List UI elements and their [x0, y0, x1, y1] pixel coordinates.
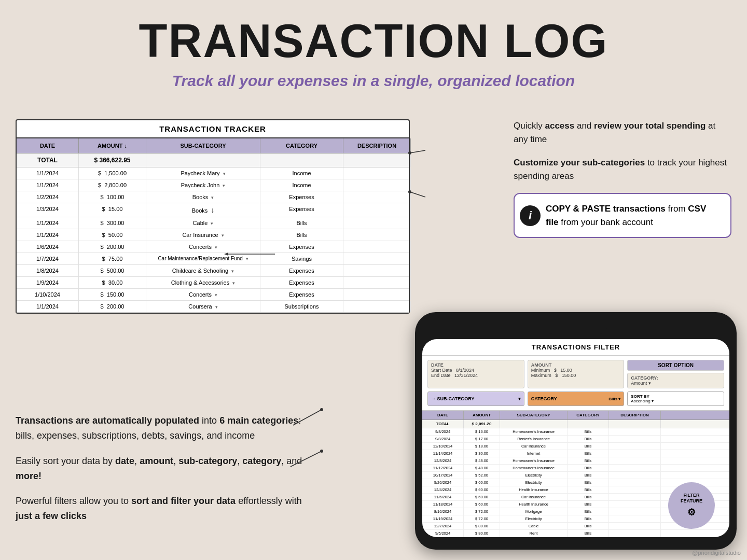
table-row: 12/10/2024$ 18.00Car InsuranceBills: [422, 443, 729, 450]
page-title: TRANSACTION LOG: [0, 0, 747, 67]
phone-mockup: TRANSACTIONS FILTER DATE Start Date 8/1/…: [415, 312, 737, 550]
table-row: 1/1/2024 $ 300.00 Cable ▾ Bills: [17, 217, 409, 229]
spreadsheet-header: DATE AMOUNT ↓ SUB-CATEGORY CATEGORY DESC…: [17, 138, 409, 153]
bottom-text-3: Powerful filters allow you to sort and f…: [16, 494, 306, 524]
bullet-1: Quickly access and review your total spe…: [514, 119, 731, 146]
table-row: 12/8/2024$ 48.00Homeowner's InsuranceBil…: [422, 457, 729, 465]
table-row: 9/5/2024$ 80.00RentBills: [422, 530, 729, 537]
col-category: CATEGORY: [260, 138, 343, 153]
phone-total-row: TOTAL $ 2,091.20: [422, 420, 729, 428]
filter-date-cell: DATE Start Date 8/1/2024 End Date 12/31/…: [427, 360, 524, 388]
category-filter[interactable]: CATEGORY Bills ▾: [528, 391, 625, 406]
filter-controls: DATE Start Date 8/1/2024 End Date 12/31/…: [422, 356, 729, 411]
table-row: 1/1/2024 $ 200.00 Coursera ▾ Subscriptio…: [17, 301, 409, 313]
filter-bottom-row: → SUB-CATEGORY ▾ CATEGORY Bills ▾ SORT B…: [427, 391, 724, 406]
col-description: DESCRIPTION: [343, 138, 411, 153]
bottom-left-panel: Transactions are automatically populated…: [16, 413, 306, 534]
filter-feature-label: FILTERFEATURE: [681, 493, 702, 505]
col-subcategory: SUB-CATEGORY: [146, 138, 260, 153]
table-row: 10/17/2024$ 52.00ElectricityBills: [422, 472, 729, 479]
spreadsheet: TRANSACTION TRACKER DATE AMOUNT ↓ SUB-CA…: [16, 119, 410, 314]
page-subtitle: Track all your expenses in a single, org…: [0, 72, 747, 90]
category-select[interactable]: CATEGORY: Amount ▾: [627, 373, 724, 388]
bullet-2: Customize your sub-categories to track y…: [514, 156, 731, 183]
table-row: 1/8/2024 $ 500.00 Childcare & Schooling …: [17, 265, 409, 277]
svg-point-9: [320, 450, 323, 453]
table-row: 11/14/2024$ 30.00InternetBills: [422, 450, 729, 457]
sort-option-header: SORT OPTION: [627, 360, 724, 371]
total-label: TOTAL: [17, 153, 79, 167]
table-row: 11/12/2024$ 48.00Homeowner's InsuranceBi…: [422, 465, 729, 472]
filter-title: TRANSACTIONS FILTER: [422, 339, 729, 356]
filter-feature-badge: FILTERFEATURE ⚙: [668, 482, 715, 529]
right-panel: Quickly access and review your total spe…: [514, 119, 731, 248]
table-row: 9/8/2024$ 17.00Renter's InsuranceBills: [422, 436, 729, 443]
bottom-text-2: Easily sort your data by date, amount, s…: [16, 454, 306, 484]
watermark: @prioridigitalstudio: [692, 550, 741, 556]
table-row: 1/1/2024 $ 50.00 Car Insurance ▾ Bills: [17, 229, 409, 241]
table-row: 1/2/2024 $ 100.00 Books ▾ Expenses: [17, 191, 409, 203]
table-row: 1/1/2024 $ 2,800.00 Paycheck John ▾ Inco…: [17, 179, 409, 191]
total-amount: $ 366,622.95: [79, 153, 146, 167]
filter-icon: ⚙: [687, 507, 696, 519]
spreadsheet-title: TRANSACTION TRACKER: [17, 120, 409, 138]
table-row: 1/1/2024 $ 1,500.00 Paycheck Mary ▾ Inco…: [17, 167, 409, 179]
phone-notch: [545, 323, 607, 334]
filter-top-row: DATE Start Date 8/1/2024 End Date 12/31/…: [427, 360, 724, 388]
table-row: 1/3/2024 $ 15.00 Books ↓ Expenses: [17, 203, 409, 217]
subcategory-filter[interactable]: → SUB-CATEGORY ▾: [427, 391, 524, 406]
col-amount: AMOUNT ↓: [79, 138, 146, 153]
bottom-text-1: Transactions are automatically populated…: [16, 413, 306, 443]
table-row: 1/7/2024 $ 75.00 Car Maintenance/Replace…: [17, 253, 409, 265]
table-row: 1/9/2024 $ 30.00 Clothing & Accessories …: [17, 277, 409, 289]
info-box: i COPY & PASTE transactions from CSV fil…: [514, 193, 731, 238]
table-row: 1/10/2024 $ 150.00 Concerts ▾ Expenses: [17, 289, 409, 301]
info-icon: i: [520, 205, 541, 226]
table-row: 1/6/2024 $ 200.00 Concerts ▾ Expenses: [17, 241, 409, 253]
sort-by-select[interactable]: SORT BY Ascending ▾: [627, 391, 724, 406]
filter-amount-cell: AMOUNT Minimum $ 15.00 Maximum $ 150.00: [528, 360, 625, 388]
svg-point-7: [320, 408, 323, 411]
col-date: DATE: [17, 138, 79, 153]
total-row: TOTAL $ 366,622.95: [17, 153, 409, 167]
phone-table-header: DATE AMOUNT SUB-CATEGORY CATEGORY DESCRI…: [422, 411, 729, 420]
svg-line-0: [410, 150, 425, 153]
table-row: 9/8/2024$ 16.00Homeowner's InsuranceBill…: [422, 428, 729, 436]
svg-line-2: [410, 192, 425, 197]
